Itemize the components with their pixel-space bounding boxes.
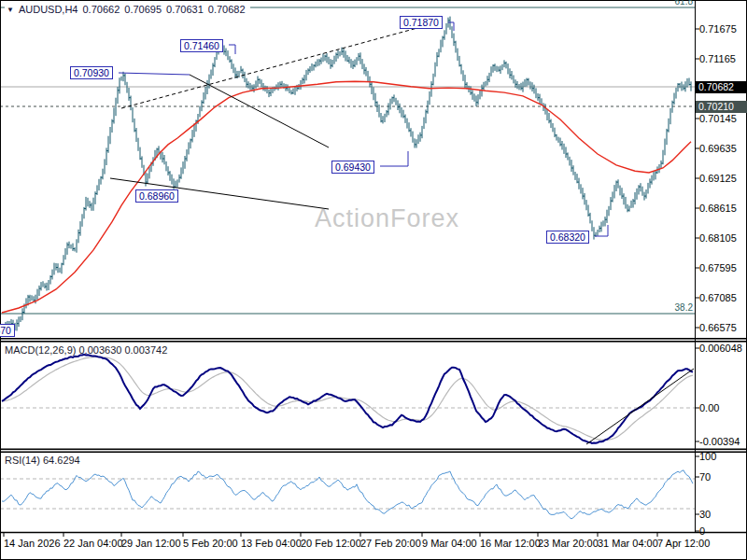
date-axis-label: 5 Feb 20:00 bbox=[183, 538, 238, 549]
ohlc-high: 0.70695 bbox=[124, 4, 162, 15]
macd-axis-label: 0.00 bbox=[699, 402, 719, 413]
rsi-value: 64.6294 bbox=[43, 455, 80, 466]
trading-chart-window: ▼AUDUSD,H40.706620.706950.706310.70682 A… bbox=[0, 0, 747, 560]
price-level-annotation[interactable]: 0.69430 bbox=[331, 161, 374, 174]
price-level-annotation[interactable]: 0.71870 bbox=[400, 16, 443, 29]
date-axis-label: 27 Feb 20:00 bbox=[360, 538, 421, 549]
watermark: ActionForex bbox=[315, 204, 459, 233]
price-axis-label: 0.69635 bbox=[699, 143, 737, 154]
date-axis-label: 14 Jan 2026 bbox=[4, 538, 61, 549]
macd-axis-label: 0.006048 bbox=[699, 343, 742, 354]
symbol-dropdown-icon[interactable]: ▼ bbox=[7, 6, 14, 14]
price-level-annotation[interactable]: 0.68320 bbox=[546, 231, 589, 244]
price-axis-label: 0.68105 bbox=[699, 232, 737, 244]
date-axis-label: 22 Jan 04:00 bbox=[63, 538, 123, 549]
ohlc-open: 0.70662 bbox=[83, 4, 120, 15]
date-axis-label: 9 Mar 04:00 bbox=[422, 538, 477, 549]
date-axis-label: 31 Mar 04:00 bbox=[598, 538, 658, 549]
price-axis-label: 0.69125 bbox=[699, 173, 737, 184]
price-level-annotation[interactable]: 0.68960 bbox=[135, 189, 178, 203]
macd-name: MACD(12,26,9) bbox=[5, 344, 76, 356]
price-axis-label: 0.71165 bbox=[699, 53, 736, 64]
chart-title: ▼AUDUSD,H40.706620.706950.706310.70682 bbox=[5, 3, 250, 17]
price-axis-label: 0.68615 bbox=[699, 203, 737, 214]
date-axis-label: 7 Apr 12:00 bbox=[657, 538, 710, 549]
rsi-axis-label: 30 bbox=[699, 509, 711, 520]
rsi-indicator-label: RSI(14) 64.6294 bbox=[5, 455, 80, 466]
date-axis-label: 13 Feb 04:00 bbox=[241, 538, 302, 549]
price-level-annotation[interactable]: 0.70930 bbox=[70, 66, 113, 79]
ohlc-close: 0.70682 bbox=[208, 4, 246, 15]
price-axis-label: 0.71675 bbox=[699, 23, 737, 35]
date-axis-label: 16 Mar 12:00 bbox=[480, 538, 541, 549]
alert-price-badge: 0.70210 bbox=[696, 101, 747, 113]
price-level-annotation[interactable]: 0.71460 bbox=[180, 39, 223, 52]
price-axis-label: 0.70145 bbox=[699, 113, 737, 124]
date-axis-label: 23 Mar 20:00 bbox=[538, 538, 599, 549]
price-axis-label: 0.66575 bbox=[699, 322, 737, 333]
macd-values: 0.003630 0.003742 bbox=[78, 344, 167, 356]
price-level-annotation[interactable]: 0.66570 bbox=[0, 324, 15, 337]
macd-indicator-label: MACD(12,26,9) 0.003630 0.003742 bbox=[5, 344, 167, 356]
rsi-name: RSI(14) bbox=[5, 455, 40, 466]
rsi-axis-label: 100 bbox=[699, 451, 716, 462]
price-axis-label: 0.67085 bbox=[699, 292, 737, 303]
current-price-badge: 0.70682 bbox=[696, 81, 747, 93]
ohlc-low: 0.70631 bbox=[166, 4, 204, 15]
date-axis-label: 29 Jan 12:00 bbox=[121, 538, 181, 549]
fib-level-label: 38.2 bbox=[669, 303, 693, 313]
date-axis-label: 20 Feb 12:00 bbox=[301, 538, 361, 549]
rsi-axis-label: 0 bbox=[699, 525, 705, 537]
chart-canvas[interactable] bbox=[0, 0, 747, 560]
fib-level-label: 61.8 bbox=[669, 0, 693, 7]
symbol-period-label: AUDUSD,H4 bbox=[19, 4, 78, 15]
macd-axis-label: -0.00394 bbox=[699, 436, 740, 447]
rsi-axis-label: 70 bbox=[699, 471, 711, 483]
price-axis-label: 0.67595 bbox=[699, 262, 737, 273]
